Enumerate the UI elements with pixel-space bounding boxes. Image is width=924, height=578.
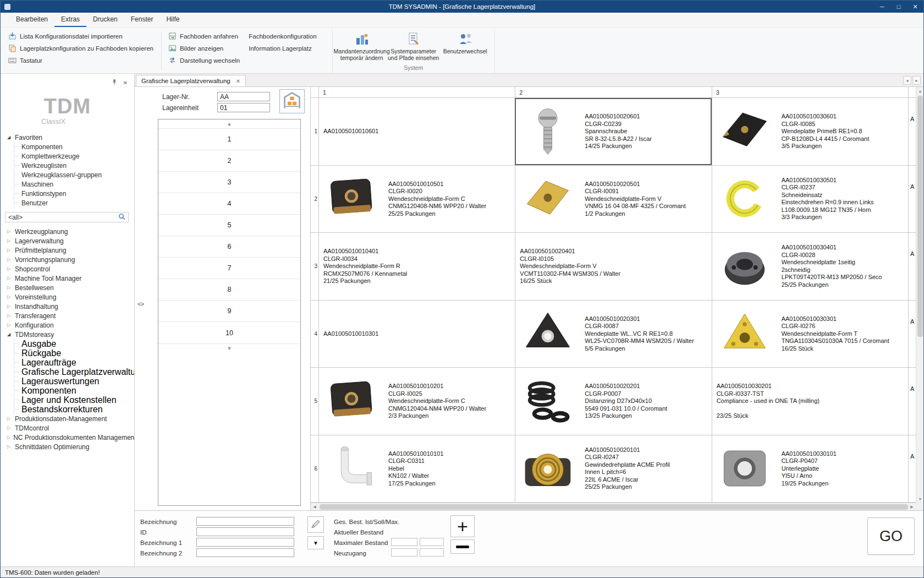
max-stock-input-2[interactable]: [420, 538, 444, 546]
bezeichnung-input[interactable]: [196, 517, 294, 526]
shelf-scroll-down-button[interactable]: ▼: [158, 343, 300, 353]
module-voreinstellung[interactable]: ▷Voreinstellung: [1, 292, 134, 302]
menu-item-hilfe[interactable]: Hilfe: [160, 13, 186, 27]
tab-scroll-right-button[interactable]: ▸: [912, 76, 921, 85]
collapsed-icon[interactable]: ▷: [7, 295, 12, 299]
module-transferagent[interactable]: ▷Transferagent: [1, 311, 134, 320]
collapsed-icon[interactable]: ▷: [7, 313, 12, 318]
warehouse-button[interactable]: [279, 89, 305, 113]
grid-cell-r4-c2[interactable]: AA01005010020301CLGR-I0087Wendeplatte WL…: [515, 301, 711, 368]
favorite-item-maschinen[interactable]: Maschinen: [1, 179, 134, 189]
collapsed-icon[interactable]: ▷: [7, 266, 12, 271]
collapsed-icon[interactable]: ▷: [7, 323, 12, 328]
vertical-scrollbar[interactable]: ▲ ▼: [916, 87, 923, 503]
module-instandhaltung[interactable]: ▷Instandhaltung: [1, 302, 134, 311]
new-addition-input-2[interactable]: [420, 548, 444, 557]
menu-item-extras[interactable]: Extras: [54, 13, 86, 27]
scroll-up-icon[interactable]: ▲: [916, 87, 924, 95]
collapsed-icon[interactable]: ▷: [7, 304, 12, 309]
favorite-item-komponenten[interactable]: Komponenten: [1, 142, 134, 151]
collapsed-icon[interactable]: ▷: [7, 229, 12, 234]
module-pr-fmittelplanung[interactable]: ▷Prüfmittelplanung: [1, 246, 134, 255]
grid-row-header-6[interactable]: 6: [311, 435, 318, 503]
module-werkzeugplanung[interactable]: ▷Werkzeugplanung: [1, 227, 134, 236]
module-child-komponenten[interactable]: Komponenten: [1, 386, 134, 395]
grid-row-header-2[interactable]: 2: [311, 166, 318, 233]
shelf-row-8[interactable]: 8: [158, 279, 300, 301]
grid-cell-r1-c2[interactable]: AA01005010020601CLGR-C0239SpannschraubeS…: [515, 98, 711, 165]
storage-info-button[interactable]: Information Lagerplatz: [246, 43, 318, 53]
collapsed-icon[interactable]: ▷: [7, 285, 12, 290]
increase-button[interactable]: +: [450, 515, 475, 537]
user-switch-button[interactable]: Benutzerwechsel: [439, 31, 491, 64]
grid-cell-r5-c2[interactable]: AA01005010020201CLGR-P0007Distanzring D2…: [515, 368, 711, 435]
menu-item-drucken[interactable]: Drucken: [86, 13, 124, 27]
module-child-lager-und-kostenstellen[interactable]: Lager und Kostenstellen: [1, 395, 134, 405]
scroll-right-icon[interactable]: ▶: [908, 503, 916, 511]
horizontal-scrollbar[interactable]: ◀ ▶: [311, 503, 916, 510]
grid-row-header-5[interactable]: 5: [311, 368, 318, 435]
grid-cell-r2-c1[interactable]: AA01005010010501CLGR-I0020Wendeschneidpl…: [318, 166, 515, 233]
bezeichnung1-input[interactable]: [196, 538, 294, 547]
vertical-scroll-thumb[interactable]: [917, 96, 923, 337]
splitter-toggle[interactable]: <>: [138, 301, 144, 307]
close-panel-icon[interactable]: ✕: [123, 80, 128, 86]
favorite-item-werkzeugklassen-gruppen[interactable]: Werkzeugklassen/-gruppen: [1, 170, 134, 179]
grid-cell-r1-c1[interactable]: AA01005010010601: [318, 98, 515, 165]
grid-row-header-1[interactable]: 1: [311, 98, 318, 165]
goto-shelf-button[interactable]: Fachboden anfahren: [166, 31, 242, 41]
collapsed-icon[interactable]: ▷: [7, 257, 12, 262]
collapsed-icon[interactable]: ▷: [7, 435, 10, 440]
expanded-icon[interactable]: ◢: [7, 135, 12, 140]
grid-cell-r3-c3[interactable]: AA01005010030401CLGR-I0028Wendeschneidpl…: [712, 233, 908, 300]
go-button[interactable]: GO: [867, 517, 915, 555]
grid-cell-r6-c1[interactable]: AA01005010010101CLGR-C0311HebelKN102 / W…: [318, 435, 515, 503]
grid-col-header-3[interactable]: 3: [712, 87, 908, 97]
grid-row-header-4[interactable]: 4: [311, 301, 318, 368]
module-child-grafische-lagerplatzverwaltung[interactable]: Grafische Lagerplatzverwaltung: [1, 367, 134, 377]
new-addition-input-1[interactable]: [391, 548, 417, 557]
collapsed-icon[interactable]: ▷: [7, 248, 12, 253]
collapsed-icon[interactable]: ▷: [7, 276, 12, 281]
menu-item-fenster[interactable]: Fenster: [124, 13, 160, 27]
shelf-row-7[interactable]: 7: [158, 258, 300, 279]
shelf-row-1[interactable]: 1: [158, 129, 300, 150]
shelf-row-2[interactable]: 2: [158, 150, 300, 172]
edit-button[interactable]: [307, 516, 324, 533]
id-input[interactable]: [196, 527, 294, 536]
favorite-item-funktionstypen[interactable]: Funktionstypen: [1, 189, 134, 198]
import-config-button[interactable]: Lista Konfigurationsdatei importieren: [6, 31, 156, 41]
grid-cell-r4-c3[interactable]: AA01005010030301CLGR-I0276Wendeschneidpl…: [712, 301, 908, 368]
grid-col-header-2[interactable]: 2: [515, 87, 711, 97]
favorite-item-benutzer[interactable]: Benutzer: [1, 198, 134, 208]
tab-grafische-lagerplatzverwaltung[interactable]: Grafische Lagerplatzverwaltung ✕: [136, 75, 246, 86]
module-tdmcontrol[interactable]: ▷TDMcontrol: [1, 423, 134, 433]
shelf-row-3[interactable]: 3: [158, 172, 300, 193]
module-child-lagerauswertungen[interactable]: Lagerauswertungen: [1, 377, 134, 386]
copy-config-button[interactable]: Lagerplatzkonfiguration zu Fachboden kop…: [6, 43, 156, 53]
shelf-row-6[interactable]: 6: [158, 236, 300, 258]
shelf-scroll-up-button[interactable]: ▲: [158, 119, 300, 129]
tab-close-icon[interactable]: ✕: [236, 78, 240, 84]
module-child-lagerauftr-ge[interactable]: Lageraufträge: [1, 358, 134, 367]
scroll-down-icon[interactable]: ▼: [916, 495, 924, 503]
module-child-r-ckgabe[interactable]: Rückgabe: [1, 348, 134, 358]
grid-cell-r1-c3[interactable]: AA01005010030601CLGR-I0085Wendeplatte Pr…: [712, 98, 908, 165]
grid-row-header-3[interactable]: 3: [311, 233, 318, 300]
favorite-item-komplettwerkzeuge[interactable]: Komplettwerkzeuge: [1, 151, 134, 161]
module-machine-tool-manager[interactable]: ▷Machine Tool Manager: [1, 274, 134, 283]
grid-cell-r3-c2[interactable]: AA01005010020401CLGR-I0105Wendeschneidpl…: [515, 233, 711, 300]
search-box[interactable]: <all>: [5, 212, 129, 222]
shelf-row-4[interactable]: 4: [158, 193, 300, 215]
collapsed-icon[interactable]: ▷: [7, 238, 12, 243]
collapsed-icon[interactable]: ▷: [7, 416, 12, 421]
keyboard-button[interactable]: Tastatur: [6, 55, 156, 66]
module-konfiguration[interactable]: ▷Konfiguration: [1, 320, 134, 330]
module-tdmstoreasy[interactable]: ◢TDMstoreasy: [1, 330, 134, 339]
collapsed-icon[interactable]: ▷: [7, 426, 12, 430]
decrease-button[interactable]: [450, 539, 475, 554]
shelf-row-10[interactable]: 10: [158, 322, 300, 343]
module-shopcontrol[interactable]: ▷Shopcontrol: [1, 264, 134, 274]
mandant-assignment-button[interactable]: Mandantenzuordnung temporär ändern: [336, 31, 388, 64]
tab-scroll-left-button[interactable]: ◂: [903, 76, 911, 85]
